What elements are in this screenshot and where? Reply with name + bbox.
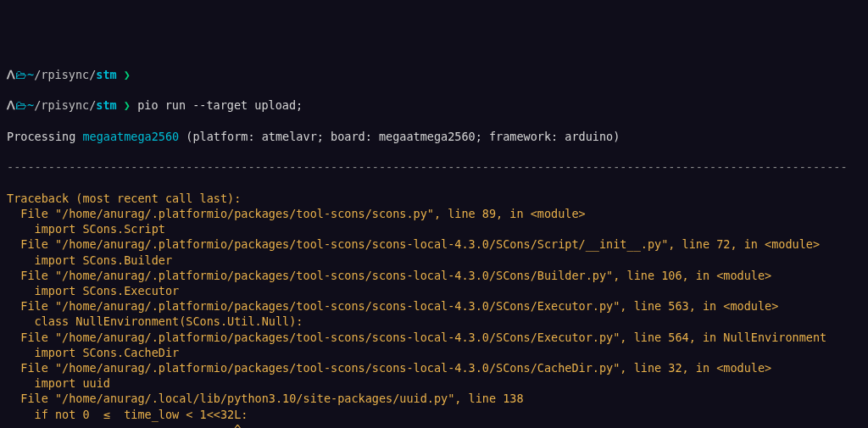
traceback-line: import SCons.CacheDir — [7, 345, 861, 360]
home-icon: ᐱ — [7, 98, 15, 112]
traceback-line: Traceback (most recent call last): — [7, 191, 861, 206]
folder-icon: 🗁 — [15, 98, 27, 112]
prompt-arrow: ❯ — [124, 98, 131, 112]
traceback-line: File "/home/anurag/.platformio/packages/… — [7, 360, 861, 375]
traceback-line: ^ — [7, 422, 861, 428]
prompt-line-1: ᐱ🗁~/rpisync/stm ❯ — [7, 67, 861, 82]
traceback-line: File "/home/anurag/.platformio/packages/… — [7, 298, 861, 314]
dir-current: stm — [96, 98, 116, 112]
tilde: ~ — [27, 68, 34, 81]
dir-parent: rpisync — [41, 68, 89, 81]
tilde: ~ — [27, 98, 34, 112]
traceback-line: File "/home/anurag/.platformio/packages/… — [7, 330, 861, 345]
traceback-line: import SCons.Script — [7, 221, 861, 236]
dir-current: stm — [96, 68, 116, 81]
traceback-line: File "/home/anurag/.platformio/packages/… — [7, 206, 861, 221]
prompt-arrow: ❯ — [124, 68, 131, 81]
traceback-line: if not 0 ≤ time_low < 1<<32L: — [7, 407, 861, 422]
separator-top: ----------------------------------------… — [7, 159, 861, 175]
traceback-line: File "/home/anurag/.platformio/packages/… — [7, 236, 861, 252]
board-name: megaatmega2560 — [82, 130, 179, 143]
traceback-line: class NullEnvironment(SCons.Util.Null): — [7, 314, 861, 329]
home-icon: ᐱ — [7, 68, 15, 81]
dir-parent: rpisync — [41, 98, 89, 112]
traceback-line: import SCons.Builder — [7, 253, 861, 268]
processing-line: Processing megaatmega2560 (platform: atm… — [7, 129, 861, 144]
folder-icon: 🗁 — [15, 68, 27, 81]
command-text[interactable]: pio run --target upload; — [137, 98, 303, 112]
traceback-line: File "/home/anurag/.platformio/packages/… — [7, 268, 861, 283]
traceback-line: import uuid — [7, 375, 861, 391]
traceback-line: File "/home/anurag/.local/lib/python3.10… — [7, 391, 861, 406]
processing-prefix: Processing — [7, 130, 82, 143]
prompt-line-2: ᐱ🗁~/rpisync/stm ❯ pio run --target uploa… — [7, 97, 861, 113]
processing-details: (platform: atmelavr; board: megaatmega25… — [179, 130, 620, 143]
traceback-line: import SCons.Executor — [7, 283, 861, 298]
traceback-output: Traceback (most recent call last): File … — [7, 191, 861, 428]
